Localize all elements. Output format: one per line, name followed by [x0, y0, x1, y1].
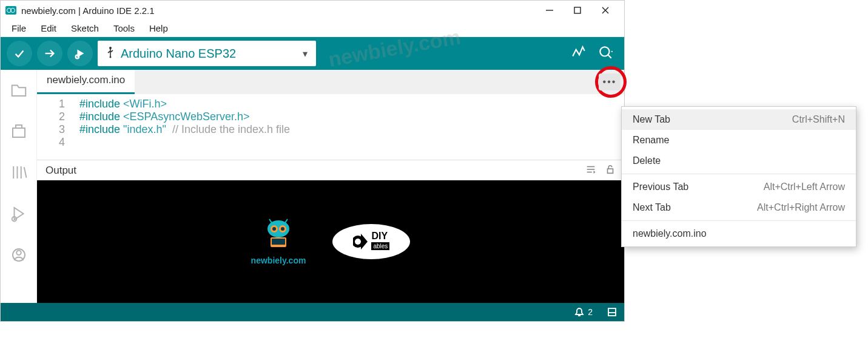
line-number: 2 [37, 110, 79, 123]
separator [622, 220, 856, 221]
arduino-logo-icon [5, 6, 16, 15]
boards-manager-icon[interactable] [10, 122, 28, 143]
ctx-delete[interactable]: Delete [622, 151, 856, 171]
ctx-rename[interactable]: Rename [622, 130, 856, 151]
svg-rect-35 [272, 239, 285, 245]
library-manager-icon[interactable] [10, 163, 28, 184]
main-area: newbiely.com.ino ••• 1 #include <WiFi.h>… [1, 70, 624, 303]
activity-bar [1, 70, 37, 303]
close-button[interactable] [591, 1, 619, 20]
tab-more-button[interactable]: ••• [599, 73, 621, 90]
svg-rect-28 [608, 169, 613, 173]
toolbar: Arduino Nano ESP32 ▾ [1, 37, 624, 70]
window-title: newbiely.com | Arduino IDE 2.2.1 [21, 5, 155, 16]
code-line: 2 #include <ESPAsyncWebServer.h> [37, 110, 624, 123]
output-panel: newbiely.com DIY ables [37, 180, 624, 303]
newbiely-text: newbiely.com [251, 256, 306, 265]
menu-sketch[interactable]: Sketch [64, 23, 106, 33]
svg-rect-16 [16, 125, 22, 128]
ctx-new-tab[interactable]: New Tab Ctrl+Shift+N [622, 109, 856, 130]
ctx-shortcut: Alt+Ctrl+Right Arrow [757, 202, 845, 213]
svg-line-13 [608, 55, 611, 58]
file-tab[interactable]: newbiely.com.ino [37, 70, 135, 94]
notification-count: 2 [588, 307, 593, 317]
svg-point-12 [600, 47, 609, 56]
tabs-row: newbiely.com.ino ••• [37, 70, 624, 94]
sketchbook-icon[interactable] [10, 81, 28, 101]
line-number: 4 [37, 136, 79, 149]
svg-line-20 [24, 167, 26, 178]
separator [622, 174, 856, 174]
ctx-label: Next Tab [633, 202, 671, 213]
code-editor[interactable]: 1 #include <WiFi.h> 2 #include <ESPAsync… [37, 94, 624, 160]
newbiely-logo: newbiely.com [251, 218, 306, 265]
minimize-button[interactable] [536, 1, 564, 20]
code-line: 3 #include "index.h" // Include the inde… [37, 123, 624, 136]
svg-point-14 [611, 51, 613, 52]
menu-edit[interactable]: Edit [33, 23, 64, 33]
svg-point-11 [110, 56, 112, 58]
editor-area: newbiely.com.ino ••• 1 #include <WiFi.h>… [37, 70, 624, 303]
panel-toggle-button[interactable] [600, 307, 624, 317]
menubar: File Edit Sketch Tools Help [1, 20, 624, 37]
output-label: Output [45, 165, 76, 177]
ctx-file[interactable]: newbiely.com.ino [622, 223, 856, 244]
debug-button[interactable] [67, 41, 93, 66]
upload-button[interactable] [37, 41, 62, 66]
ctx-label: Delete [633, 155, 661, 166]
menu-tools[interactable]: Tools [106, 23, 142, 33]
app-window: newbiely.com | Arduino IDE 2.2.1 File Ed… [0, 0, 625, 322]
diy-text: DIY [371, 233, 389, 240]
ctx-label: newbiely.com.ino [633, 228, 707, 239]
ctx-prev-tab[interactable]: Previous Tab Alt+Ctrl+Left Arrow [622, 177, 856, 197]
svg-rect-39 [608, 308, 616, 316]
tab-context-menu: New Tab Ctrl+Shift+N Rename Delete Previ… [621, 106, 856, 247]
ctx-label: Previous Tab [633, 182, 688, 192]
diy-sub: ables [371, 242, 389, 250]
line-number: 3 [37, 123, 79, 136]
ctx-label: Rename [633, 135, 669, 146]
lock-icon[interactable] [605, 164, 616, 177]
serial-monitor-icon[interactable] [597, 44, 613, 63]
titlebar: newbiely.com | Arduino IDE 2.2.1 [1, 1, 624, 20]
line-number: 1 [37, 98, 79, 110]
ctx-shortcut: Ctrl+Shift+N [792, 114, 845, 125]
menu-help[interactable]: Help [142, 23, 175, 33]
board-selector[interactable]: Arduino Nano ESP32 ▾ [98, 41, 316, 66]
ctx-label: New Tab [633, 114, 670, 125]
maximize-button[interactable] [564, 1, 591, 20]
usb-icon [106, 46, 115, 61]
output-header: Output [37, 160, 624, 180]
menu-file[interactable]: File [4, 23, 33, 33]
chevron-down-icon: ▾ [303, 48, 308, 59]
word-wrap-icon[interactable] [585, 164, 596, 177]
code-line: 4 [37, 136, 624, 149]
ctx-next-tab[interactable]: Next Tab Alt+Ctrl+Right Arrow [622, 197, 856, 218]
svg-point-24 [16, 251, 21, 256]
debug-icon[interactable] [10, 205, 28, 225]
search-icon[interactable] [10, 246, 28, 267]
ctx-shortcut: Alt+Ctrl+Left Arrow [764, 182, 845, 192]
serial-plotter-icon[interactable] [571, 44, 587, 63]
diyables-logo: DIY ables [332, 224, 410, 259]
svg-point-37 [355, 239, 361, 245]
statusbar: 2 [1, 303, 624, 321]
svg-point-32 [272, 227, 276, 231]
board-name: Arduino Nano ESP32 [121, 47, 236, 61]
code-line: 1 #include <WiFi.h> [37, 98, 624, 110]
notifications-button[interactable]: 2 [567, 307, 600, 317]
svg-rect-15 [13, 128, 25, 137]
svg-rect-1 [574, 7, 580, 13]
verify-button[interactable] [7, 41, 32, 66]
svg-point-33 [281, 227, 284, 231]
